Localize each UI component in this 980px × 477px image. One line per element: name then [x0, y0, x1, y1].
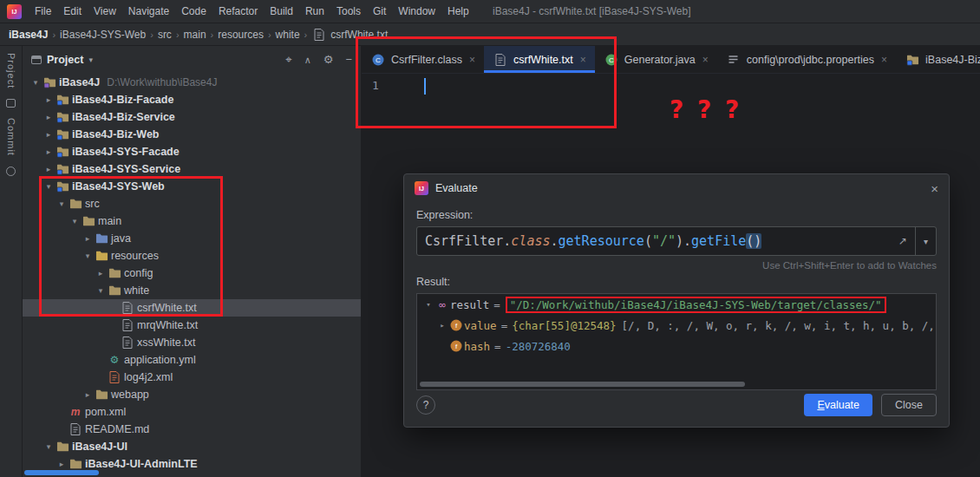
- menu-window[interactable]: Window: [392, 2, 441, 21]
- close-icon[interactable]: [580, 54, 586, 66]
- chevron-expanded-icon[interactable]: ▾: [95, 286, 107, 295]
- tree-row[interactable]: ▸webapp: [23, 386, 361, 403]
- tree-item-label: white: [124, 284, 149, 297]
- breadcrumb-item[interactable]: iBase4J-SYS-Web: [60, 29, 146, 41]
- breadcrumb-item[interactable]: iBase4J: [9, 29, 48, 41]
- result-row[interactable]: fhash=-280726840: [417, 336, 936, 356]
- breadcrumb-item[interactable]: src: [158, 29, 172, 41]
- module-icon: [55, 93, 70, 107]
- close-icon[interactable]: [702, 54, 709, 66]
- chevron-collapsed-icon[interactable]: ▸: [82, 390, 94, 399]
- dialog-titlebar[interactable]: Evaluate: [404, 174, 949, 202]
- close-icon[interactable]: [881, 54, 887, 66]
- editor-tab[interactable]: iBase4J-Biz-Se: [896, 46, 980, 73]
- editor-tab[interactable]: CCsrfFilter.class: [362, 46, 484, 73]
- result-scrollbar-thumb[interactable]: [420, 382, 745, 387]
- tree-row[interactable]: ▸iBase4J-Biz-Service: [23, 108, 361, 126]
- project-panel-title[interactable]: Project: [47, 54, 83, 66]
- breadcrumb-item[interactable]: csrfWhite.txt: [311, 28, 388, 42]
- tree-row[interactable]: mrqWhite.txt: [23, 317, 361, 334]
- close-button[interactable]: Close: [881, 394, 937, 416]
- dropdown-arrow-icon[interactable]: [915, 227, 936, 255]
- help-button[interactable]: ?: [416, 395, 435, 415]
- locate-file-icon[interactable]: [285, 53, 291, 67]
- tree-row[interactable]: ⚙application.yml: [23, 351, 361, 369]
- tree-row[interactable]: ▾main: [23, 212, 361, 230]
- chevron-expanded-icon[interactable]: ▾: [42, 182, 55, 191]
- chevron-expanded-icon[interactable]: ▾: [82, 252, 94, 260]
- tree-row[interactable]: ▸java: [23, 230, 361, 247]
- breadcrumb-item[interactable]: resources: [218, 29, 264, 41]
- chevron-collapsed-icon[interactable]: ▸: [42, 95, 55, 104]
- menu-file[interactable]: File: [29, 2, 57, 21]
- menu-git[interactable]: Git: [367, 2, 392, 21]
- chevron-collapsed-icon[interactable]: ▸: [42, 130, 55, 139]
- tree-row[interactable]: csrfWhite.txt: [23, 299, 361, 317]
- chevron-expanded-icon[interactable]: ▾: [42, 442, 55, 451]
- watches-hint: Use Ctrl+Shift+Enter to add to Watches: [416, 260, 937, 271]
- chevron-collapsed-icon[interactable]: ▸: [42, 113, 55, 121]
- chevron-collapsed-icon[interactable]: ▸: [42, 165, 55, 173]
- tree-row[interactable]: ▾iBase4J-SYS-Web: [23, 178, 361, 195]
- breadcrumb-item[interactable]: main: [184, 29, 206, 41]
- project-panel-header: Project: [23, 46, 361, 74]
- menu-build[interactable]: Build: [264, 2, 299, 21]
- menu-view[interactable]: View: [88, 2, 122, 21]
- tree-row[interactable]: ▸iBase4J-Biz-Web: [23, 126, 361, 143]
- tree-item-label: iBase4J-SYS-Service: [72, 163, 180, 175]
- menu-navigate[interactable]: Navigate: [122, 2, 175, 21]
- chevron-expanded-icon[interactable]: ▾: [29, 78, 42, 87]
- expand-icon[interactable]: [898, 235, 907, 247]
- commit-tool-icon[interactable]: [6, 167, 16, 176]
- tree-row[interactable]: xssWhite.txt: [23, 334, 361, 351]
- tab-label: Generator.java: [624, 54, 696, 66]
- tree-row[interactable]: mpom.xml: [23, 403, 361, 421]
- menu-edit[interactable]: Edit: [57, 2, 88, 21]
- tree-row[interactable]: ▸iBase4J-Biz-Facade: [23, 91, 361, 108]
- result-row[interactable]: ▾∞result="/D:/Work/withub/iBase4J/iBase4…: [417, 294, 936, 315]
- tree-row[interactable]: ▾src: [23, 195, 361, 212]
- field-icon: f: [448, 318, 464, 332]
- tree-row[interactable]: ▸iBase4J-SYS-Facade: [23, 143, 361, 160]
- tree-row[interactable]: ▸iBase4J-SYS-Service: [23, 160, 361, 178]
- expression-token: class: [511, 233, 550, 249]
- tree-row[interactable]: ▾iBase4J-UI: [23, 438, 361, 455]
- tree-row[interactable]: ▾iBase4JD:\Work\withub\iBase4J: [23, 74, 361, 91]
- chevron-expanded-icon[interactable]: ▾: [422, 300, 434, 309]
- expression-input[interactable]: CsrfFilter.class.getResource("/").getFil…: [416, 226, 937, 256]
- menu-code[interactable]: Code: [175, 2, 212, 21]
- menu-tools[interactable]: Tools: [330, 2, 367, 21]
- chevron-collapsed-icon[interactable]: ▸: [82, 234, 94, 243]
- collapse-all-icon[interactable]: [304, 53, 311, 67]
- project-tool-icon[interactable]: [6, 99, 16, 108]
- evaluate-button[interactable]: Evaluate: [804, 394, 872, 416]
- chevron-collapsed-icon[interactable]: ▸: [56, 460, 68, 468]
- tree-row[interactable]: ▾resources: [23, 247, 361, 265]
- chevron-collapsed-icon[interactable]: ▸: [95, 269, 107, 278]
- tree-row[interactable]: ▸config: [23, 265, 361, 282]
- menu-help[interactable]: Help: [441, 2, 475, 21]
- tree-row[interactable]: ▾white: [23, 282, 361, 299]
- close-icon[interactable]: [469, 54, 475, 66]
- tree-row[interactable]: README.md: [23, 421, 361, 438]
- horizontal-scrollbar-thumb[interactable]: [24, 470, 99, 475]
- chevron-expanded-icon[interactable]: ▾: [69, 217, 81, 225]
- tree-item-label: iBase4J-Biz-Service: [72, 111, 175, 123]
- tool-window-button-project[interactable]: Project: [6, 53, 16, 88]
- tool-window-button-commit[interactable]: Commit: [6, 118, 16, 156]
- breadcrumb-item[interactable]: white: [276, 29, 300, 41]
- editor-tab[interactable]: config\prod\jdbc.properties: [717, 46, 896, 73]
- result-row[interactable]: ▸fvalue={char[55]@12548}[/, D, :, /, W, …: [417, 315, 936, 336]
- menu-run[interactable]: Run: [299, 2, 330, 21]
- chevron-collapsed-icon[interactable]: ▸: [436, 321, 448, 330]
- close-icon[interactable]: [931, 181, 938, 196]
- tree-row[interactable]: log4j2.xml: [23, 369, 361, 386]
- chevron-down-icon[interactable]: [88, 56, 93, 64]
- editor-tab[interactable]: csrfWhite.txt: [484, 46, 595, 73]
- chevron-expanded-icon[interactable]: ▾: [56, 199, 68, 208]
- chevron-collapsed-icon[interactable]: ▸: [42, 147, 55, 156]
- hide-panel-icon[interactable]: [345, 53, 352, 67]
- menu-refactor[interactable]: Refactor: [212, 2, 264, 21]
- settings-icon[interactable]: [323, 53, 334, 67]
- editor-tab[interactable]: CGenerator.java: [595, 46, 717, 73]
